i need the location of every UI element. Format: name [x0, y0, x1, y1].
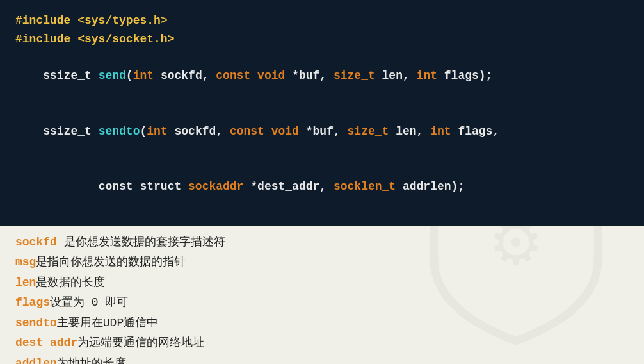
keyword-flags: flags [15, 296, 50, 309]
code-line-5: const struct sockaddr *dest_addr, sockle… [15, 159, 629, 214]
desc-flags: flags设置为 0 即可 [15, 293, 629, 313]
code-token: ssize_t [43, 125, 98, 138]
code-token: ssize_t [43, 69, 98, 82]
desc-flags-text: 设置为 0 即可 [50, 296, 128, 309]
code-line-3: ssize_t send(int sockfd, const void *buf… [15, 49, 629, 104]
desc-dest-addr: dest_addr为远端要通信的网络地址 [15, 333, 629, 354]
code-token: int [133, 69, 154, 82]
desc-msg-text: 是指向你想发送的数据的指针 [36, 256, 186, 269]
code-token: flags, [451, 125, 500, 138]
keyword-msg: msg [15, 256, 36, 269]
desc-len-text: 是数据的长度 [36, 276, 105, 289]
desc-msg: msg是指向你想发送的数据的指针 [15, 252, 629, 273]
code-token: send [99, 69, 126, 82]
code-block: #include <sys/types.h> #include <sys/soc… [0, 0, 644, 226]
code-token: const void [230, 125, 299, 138]
desc-sockfd: sockfd 是你想发送数据的套接字描述符 [15, 233, 629, 253]
code-token: ( [140, 125, 147, 138]
code-token: *buf, [285, 69, 334, 82]
code-token: len, [375, 69, 417, 82]
code-token: int [417, 69, 437, 82]
code-line-4: ssize_t sendto(int sockfd, const void *b… [15, 104, 629, 159]
desc-sockfd-text: 是你想发送数据的套接字描述符 [57, 236, 225, 249]
code-token: int [430, 125, 451, 138]
code-line-2: #include <sys/socket.h> [15, 30, 629, 49]
code-token: sendto [99, 125, 140, 138]
desc-addlen: addlen为地址的长度 [15, 354, 629, 364]
description-block: sockfd 是你想发送数据的套接字描述符 msg是指向你想发送的数据的指针 l… [0, 226, 644, 364]
code-token: size_t [348, 125, 389, 138]
keyword-dest-addr: dest_addr [15, 336, 77, 349]
code-token: sockfd, [168, 125, 230, 138]
keyword-len: len [15, 276, 36, 289]
code-token: *buf, [299, 125, 348, 138]
code-line-1: #include <sys/types.h> [15, 12, 629, 30]
desc-dest-addr-text: 为远端要通信的网络地址 [77, 336, 204, 349]
code-token: const struct [43, 180, 188, 193]
keyword-sendto: sendto [15, 317, 57, 329]
code-token: sockfd, [154, 69, 216, 82]
code-token: *dest_addr, [243, 180, 333, 193]
code-token: ( [126, 69, 133, 82]
desc-len: len是数据的长度 [15, 273, 629, 294]
desc-sendto-text: 主要用在UDP通信中 [57, 317, 158, 329]
keyword-addlen: addlen [15, 357, 57, 364]
code-token: int [147, 125, 167, 138]
code-token: flags); [437, 69, 492, 82]
keyword-sockfd: sockfd [15, 236, 57, 249]
code-token: size_t [334, 69, 375, 82]
code-token: sockaddr [188, 180, 243, 193]
code-token: socklen_t [334, 180, 396, 193]
desc-sendto: sendto主要用在UDP通信中 [15, 313, 629, 334]
desc-addlen-text: 为地址的长度 [57, 357, 126, 364]
code-token: len, [389, 125, 430, 138]
code-token: const void [216, 69, 285, 82]
code-token: addrlen); [396, 180, 465, 193]
